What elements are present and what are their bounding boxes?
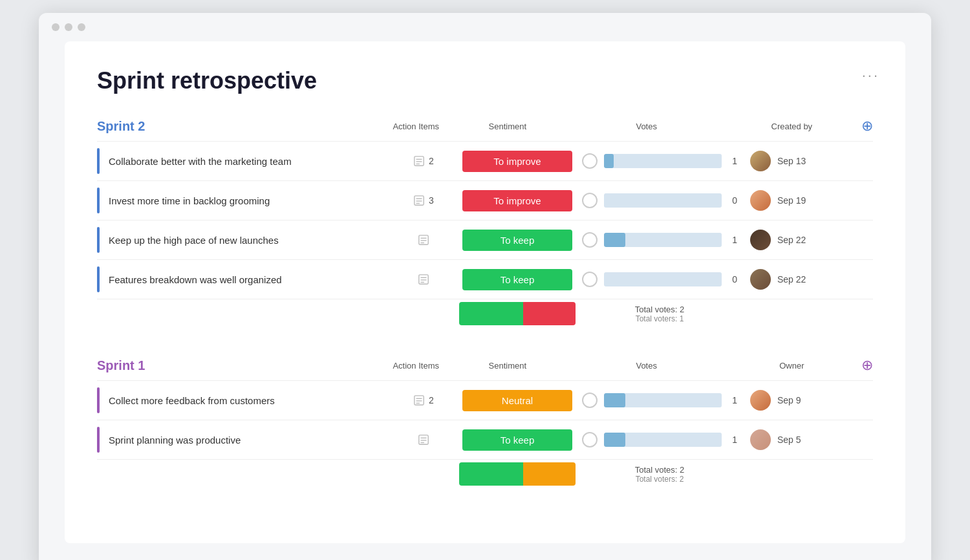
date-text: Sep 9 <box>777 395 801 405</box>
sentiment-badge[interactable]: To improve <box>462 151 572 172</box>
item-label: Keep up the high pace of new launches <box>97 221 388 259</box>
created-col: Sep 19 <box>744 190 873 211</box>
item-label: Invest more time in backlog grooming <box>97 181 388 220</box>
action-items-icon <box>418 234 429 246</box>
sprint1-keep-bar <box>459 462 523 486</box>
sprint1-col-action: Action Items <box>382 361 451 371</box>
sprint2-col-sentiment: Sentiment <box>451 122 565 131</box>
sprint2-section: Sprint 2 Action Items Sentiment Votes Cr… <box>97 118 873 326</box>
sprint1-col-sentiment: Sentiment <box>451 361 565 371</box>
vote-circle[interactable] <box>582 432 598 447</box>
table-row: Keep up the high pace of new launchesTo … <box>97 220 873 259</box>
sentiment-badge[interactable]: Neutral <box>462 390 572 411</box>
sprint1-title: Sprint 1 <box>97 358 145 372</box>
row-border <box>97 148 100 174</box>
table-row: Collect more feedback from customers2Neu… <box>97 380 873 420</box>
sprint2-title: Sprint 2 <box>97 119 145 133</box>
action-count: 2 <box>429 395 434 405</box>
sentiment-badge[interactable]: To keep <box>462 429 572 451</box>
vote-circle[interactable] <box>582 153 598 169</box>
sentiment-col[interactable]: To improve <box>459 151 576 172</box>
vote-circle[interactable] <box>582 272 598 287</box>
dot-red <box>52 23 59 31</box>
table-row: Collaborate better with the marketing te… <box>97 141 873 180</box>
votes-col: 1 <box>576 393 744 408</box>
sprint2-improve-bar <box>523 302 576 325</box>
more-options-icon[interactable]: ··· <box>862 67 879 84</box>
item-label: Collect more feedback from customers <box>97 381 388 420</box>
sprint1-summary-bar <box>459 462 576 486</box>
action-items-icon <box>413 195 425 206</box>
item-text: Collaborate better with the marketing te… <box>109 156 388 167</box>
table-row: Sprint planning was productiveTo keep1Se… <box>97 420 873 460</box>
sentiment-badge[interactable]: To improve <box>462 190 572 211</box>
sprint1-section: Sprint 1 Action Items Sentiment Votes Ow… <box>97 357 873 486</box>
vote-count: 1 <box>728 156 737 166</box>
vote-bar-fill <box>604 393 625 407</box>
sentiment-col[interactable]: To keep <box>459 269 576 290</box>
sprint1-summary-votes: Total votes: 2 Total voters: 2 <box>576 462 744 486</box>
vote-bar-bg <box>604 433 722 447</box>
sentiment-badge[interactable]: To keep <box>462 269 572 290</box>
vote-bar-bg <box>604 193 722 208</box>
sentiment-col[interactable]: To improve <box>459 190 576 211</box>
vote-bar-bg <box>604 393 722 407</box>
vote-count: 1 <box>728 395 737 405</box>
dot-yellow <box>65 23 72 31</box>
votes-col: 0 <box>576 193 744 208</box>
item-label: Collaborate better with the marketing te… <box>97 142 388 180</box>
table-row: Invest more time in backlog grooming3To … <box>97 180 873 220</box>
vote-bar-fill <box>604 233 625 247</box>
avatar <box>750 390 771 411</box>
avatar <box>750 429 771 450</box>
sentiment-badge[interactable]: To keep <box>462 230 572 251</box>
date-text: Sep 22 <box>777 235 806 245</box>
sprint2-total-votes: Total votes: 2 <box>635 305 685 314</box>
app-window: Sprint retrospective ··· Sprint 2 Action… <box>39 13 931 560</box>
sprint2-summary-votes: Total votes: 2 Total voters: 1 <box>576 302 744 326</box>
action-col[interactable] <box>388 274 459 285</box>
avatar <box>750 230 771 250</box>
page-title: Sprint retrospective <box>97 67 873 94</box>
sprint1-total-voters: Total voters: 2 <box>636 475 684 484</box>
action-count: 2 <box>429 156 434 166</box>
sentiment-col[interactable]: To keep <box>459 230 576 251</box>
sprint2-summary-bar <box>459 302 576 326</box>
action-col[interactable]: 2 <box>388 394 459 406</box>
created-col: Sep 13 <box>744 151 873 171</box>
sentiment-col[interactable]: To keep <box>459 429 576 451</box>
item-text: Invest more time in backlog grooming <box>109 195 388 206</box>
sprint2-add-button[interactable]: ⊕ <box>861 118 873 135</box>
table-row: Features breakdown was well organizedTo … <box>97 259 873 299</box>
vote-circle[interactable] <box>582 393 598 408</box>
action-items-icon <box>413 394 425 406</box>
sprint1-rows: Collect more feedback from customers2Neu… <box>97 380 873 460</box>
date-text: Sep 19 <box>777 195 806 206</box>
date-text: Sep 22 <box>777 274 806 285</box>
created-col: Sep 5 <box>744 429 873 450</box>
action-col[interactable]: 3 <box>388 195 459 206</box>
item-text: Collect more feedback from customers <box>109 395 388 406</box>
action-col[interactable]: 2 <box>388 155 459 167</box>
sprint2-summary: Total votes: 2 Total voters: 1 <box>97 302 873 326</box>
sprint1-summary: Total votes: 2 Total voters: 2 <box>97 462 873 486</box>
item-text: Sprint planning was productive <box>109 435 388 446</box>
action-col[interactable] <box>388 434 459 446</box>
vote-circle[interactable] <box>582 193 598 208</box>
vote-bar-fill <box>604 433 625 447</box>
created-col: Sep 22 <box>744 269 873 290</box>
action-items-icon <box>418 274 429 285</box>
action-col[interactable] <box>388 234 459 246</box>
row-border <box>97 266 100 292</box>
action-items-icon <box>413 155 425 167</box>
row-border <box>97 427 100 453</box>
sprint1-col-votes: Votes <box>565 361 729 371</box>
item-label: Sprint planning was productive <box>97 420 388 459</box>
vote-circle[interactable] <box>582 232 598 248</box>
sprint2-col-votes: Votes <box>565 122 729 131</box>
sentiment-col[interactable]: Neutral <box>459 390 576 411</box>
sprint2-total-voters: Total voters: 1 <box>636 314 684 323</box>
avatar <box>750 190 771 211</box>
votes-col: 0 <box>576 272 744 287</box>
sprint1-add-button[interactable]: ⊕ <box>861 357 873 374</box>
